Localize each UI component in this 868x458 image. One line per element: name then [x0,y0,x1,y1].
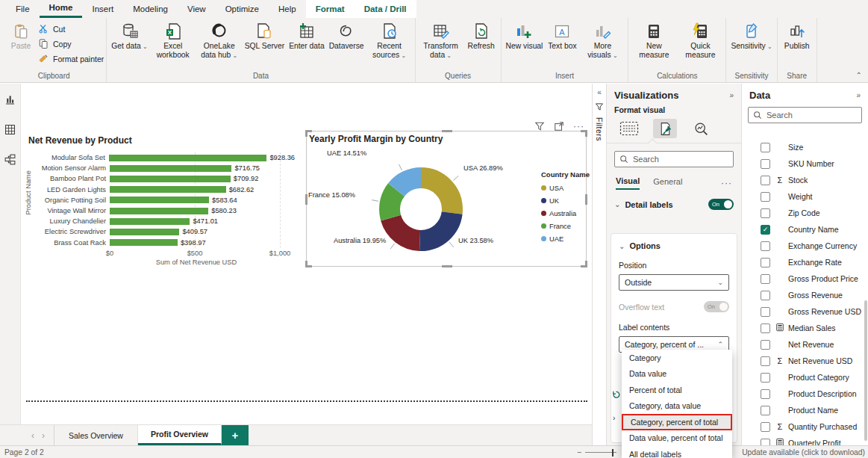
page-tab-sales-overview[interactable]: Sales Overview [54,425,138,445]
tab-general[interactable]: General [653,177,682,189]
selection-handle-bottom[interactable] [442,265,452,267]
field-row-gross-product-price[interactable]: Gross Product Price [742,270,868,287]
focus-mode-icon[interactable] [554,121,564,131]
data-search-input[interactable]: Search [748,107,862,123]
page-tab-profit-overview[interactable]: Profit Overview [138,425,222,445]
bar-modular-sofa-set[interactable] [109,155,267,161]
field-row-quarterly-profit[interactable]: Quarterly Profit [742,435,868,445]
legend-item-australia[interactable]: Australia [541,207,590,220]
tab-visual[interactable]: Visual [616,176,640,190]
zoom-out-icon[interactable]: − [577,448,581,457]
dropdown-option-category-data-value[interactable]: Category, data value [622,398,732,415]
recent-sources-button[interactable]: Recent sources ⌄ [366,18,413,60]
dropdown-option-data-value[interactable]: Data value [622,366,732,383]
field-row-size[interactable]: Size [742,139,868,155]
field-row-product-name[interactable]: Product Name [742,402,868,418]
next-page-arrow-icon[interactable]: › [42,430,45,441]
update-available-link[interactable]: Update available (click to download) [742,448,865,457]
field-row-net-revenue[interactable]: Net Revenue [742,336,868,353]
bar-motion-sensor-alarm[interactable] [110,165,231,172]
ribbon-tab-help[interactable]: Help [269,0,306,18]
text-box-button[interactable]: AText box [545,18,579,51]
detail-labels-section-label[interactable]: Detail labels [625,200,672,209]
selection-handle-bottom-left[interactable] [305,261,312,267]
quick-measure-button[interactable]: Quick measure [677,18,723,60]
more-options-icon[interactable]: ··· [573,123,584,130]
checkbox-unchecked[interactable] [761,439,770,446]
reset-to-default-icon[interactable] [611,390,621,401]
refresh-button[interactable]: Refresh [464,18,499,51]
bar-bamboo-plant-pot[interactable] [110,176,231,182]
zoom-slider-handle[interactable] [612,449,614,457]
field-row-net-revenue-usd[interactable]: ΣNet Revenue USD [742,353,868,369]
dropdown-option-category-percent-of-total[interactable]: Category, percent of total [622,414,732,430]
ribbon-tab-format[interactable]: Format [306,0,355,18]
legend-item-uae[interactable]: UAE [541,232,590,245]
legend-item-france[interactable]: France [541,220,590,232]
excel-workbook-button[interactable]: XExcel workbook [150,18,196,60]
ribbon-tab-insert[interactable]: Insert [82,0,123,18]
next-section-chevron-icon[interactable]: › [613,414,615,422]
checkbox-unchecked[interactable] [761,356,770,366]
bar-led-garden-lights[interactable] [110,186,226,193]
ribbon-tab-modeling[interactable]: Modeling [123,0,178,18]
checkbox-unchecked[interactable] [761,406,770,415]
dropdown-option-data-value-percent-of-total[interactable]: Data value, percent of total [622,430,732,447]
build-visual-tab[interactable] [617,119,641,138]
field-row-stock[interactable]: ΣStock [742,172,868,188]
transform-data-button[interactable]: Transform data ⌄ [418,18,464,60]
bar-vintage-wall-mirror[interactable] [110,208,208,214]
checkbox-unchecked[interactable] [761,389,770,399]
checkbox-unchecked[interactable] [761,291,770,300]
previous-page-arrow-icon[interactable]: ‹ [31,430,34,441]
donut-chart-visual[interactable]: Yearly Profit Margin by Country USA 26.8… [306,131,587,267]
field-row-product-description[interactable]: Product Description [742,386,868,402]
selection-handle-top-left[interactable] [305,130,312,137]
format-search-input[interactable]: Search [614,151,734,167]
checkbox-unchecked[interactable] [761,192,770,202]
new-visual-button[interactable]: New visual [504,18,546,51]
field-row-median-sales[interactable]: Median Sales [742,320,868,336]
more-visuals-button[interactable]: More visuals ⌄ [579,18,625,60]
collapse-visualizations-icon[interactable]: » [729,91,734,99]
selection-handle-bottom-right[interactable] [581,261,587,267]
filters-pane-label[interactable]: Filters [595,117,604,141]
checkbox-unchecked[interactable] [761,274,770,284]
new-page-button[interactable]: + [222,425,249,445]
legend-item-usa[interactable]: USA [541,182,590,194]
enter-data-button[interactable]: Enter data [287,18,327,51]
selection-handle-right[interactable] [585,194,587,205]
checkbox-unchecked[interactable] [761,324,770,333]
dropdown-option-percent-of-total[interactable]: Percent of total [622,382,732,398]
checkbox-unchecked[interactable] [761,143,770,152]
get-data-button[interactable]: Get data ⌄ [109,18,149,51]
selection-handle-left[interactable] [305,194,307,205]
bar-electric-screwdriver[interactable] [110,229,179,235]
paste-button[interactable]: Paste [4,18,38,51]
format-more-options-icon[interactable]: ··· [721,179,732,187]
checkbox-unchecked[interactable] [761,159,770,169]
checkbox-unchecked[interactable] [761,241,770,251]
copy-button[interactable]: Copy [38,38,104,49]
field-row-gross-revenue-usd[interactable]: Gross Revenue USD [742,303,868,320]
checkbox-unchecked[interactable] [761,340,770,350]
legend-item-uk[interactable]: UK [541,194,590,207]
expand-filters-icon[interactable]: « [597,88,602,96]
position-select[interactable]: Outside ⌄ [619,274,729,291]
collapse-data-pane-icon[interactable]: » [856,91,861,99]
dropdown-option-all-detail-labels[interactable]: All detail labels [622,446,732,458]
report-view-button[interactable] [2,91,19,108]
options-chevron-icon[interactable]: ⌄ [619,242,625,250]
report-canvas[interactable]: Net Revenue by Product Product Name Modu… [21,84,592,424]
field-row-zip-code[interactable]: Zip Code [742,205,868,221]
options-section-label[interactable]: Options [629,241,661,250]
ribbon-tab-file[interactable]: File [6,0,40,18]
detail-labels-chevron-icon[interactable]: ⌄ [614,200,620,208]
bar-organic-potting-soil[interactable] [110,196,209,203]
field-row-gross-revenue[interactable]: Gross Revenue [742,287,868,303]
ribbon-tab-data-drill[interactable]: Data / Drill [355,0,416,18]
dropdown-option-category[interactable]: Category [622,350,732,366]
checkbox-unchecked[interactable] [761,373,770,383]
field-row-quantity-purchased[interactable]: ΣQuantity Purchased [742,418,868,435]
field-row-country-name[interactable]: ✓Country Name [742,221,868,238]
